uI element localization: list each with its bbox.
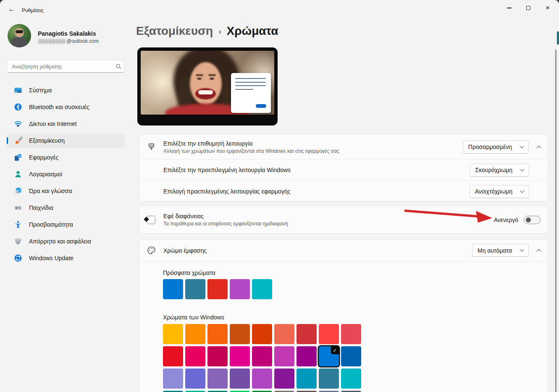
windows-mode-dropdown[interactable]: Σκουρόχρωμη xyxy=(470,164,529,177)
selected-indicator xyxy=(7,137,8,144)
minimize-button[interactable] xyxy=(500,1,518,15)
sidebar-item-gaming[interactable]: Παιχνίδια xyxy=(7,201,125,215)
paint-brush-icon xyxy=(146,142,156,152)
chevron-down-icon xyxy=(520,188,525,193)
sidebar-item-apps[interactable]: Εφαρμογές xyxy=(7,150,125,165)
expander-collapse-icon[interactable] xyxy=(536,249,541,253)
sidebar-item-label: Παιχνίδια xyxy=(29,204,53,211)
windows-colors-row xyxy=(163,324,361,344)
setting-title: Εφέ διαφάνειας xyxy=(163,213,288,220)
windows-color-swatch-selected[interactable]: ✓ xyxy=(319,346,339,366)
windows-color-swatch[interactable] xyxy=(207,346,228,366)
scrollbar[interactable] xyxy=(555,50,556,392)
windows-color-swatch[interactable] xyxy=(274,346,294,366)
setting-label: Επιλογή προεπιλεγμένης λειτουργίας εφαρμ… xyxy=(163,188,290,195)
back-icon: ← xyxy=(8,5,16,13)
windows-color-swatch[interactable] xyxy=(230,346,250,366)
windows-color-swatch[interactable] xyxy=(319,324,339,344)
user-email: @outlook.com xyxy=(38,38,99,44)
windows-color-swatch[interactable] xyxy=(252,346,272,366)
theme-preview-image xyxy=(141,51,274,115)
sidebar-item-personalization[interactable]: Εξατομίκευση xyxy=(7,133,125,148)
windows-color-swatch[interactable] xyxy=(230,368,250,389)
windows-color-swatch[interactable] xyxy=(207,368,228,389)
accessibility-icon xyxy=(14,220,22,229)
recent-color-swatch[interactable] xyxy=(185,279,205,299)
accounts-icon xyxy=(14,170,22,178)
close-icon: × xyxy=(546,4,550,12)
windows-color-swatch[interactable] xyxy=(297,346,317,366)
windows-colors-row xyxy=(163,368,361,389)
search-box[interactable] xyxy=(7,60,124,73)
windows-color-swatch[interactable] xyxy=(341,324,361,344)
windows-color-swatch[interactable] xyxy=(274,368,294,389)
windows-color-swatch[interactable] xyxy=(185,346,205,366)
windows-color-swatch[interactable] xyxy=(319,368,339,389)
recent-color-swatch[interactable] xyxy=(207,279,228,299)
transparency-toggle[interactable] xyxy=(524,216,541,224)
back-button[interactable]: ← xyxy=(6,4,18,15)
windows-color-swatch[interactable] xyxy=(207,324,228,344)
windows-color-swatch[interactable] xyxy=(185,324,205,344)
windows-color-swatch[interactable] xyxy=(185,368,205,389)
transparency-card: Εφέ διαφάνειας Τα παράθυρα και οι επιφάν… xyxy=(139,206,548,234)
mode-dropdown-value: Προσαρμοσμένη xyxy=(468,144,512,150)
sidebar-item-label: Ώρα και γλώσσα xyxy=(29,188,72,194)
personalization-icon xyxy=(14,136,22,145)
minimize-icon xyxy=(507,8,512,8)
setting-row-accent[interactable]: Χρώμα έμφασης Μη αυτόματα xyxy=(139,240,548,261)
recent-color-swatch[interactable] xyxy=(252,279,272,299)
windows-color-swatch[interactable] xyxy=(163,324,183,344)
sidebar-item-accounts[interactable]: Λογαριασμοί xyxy=(7,167,125,181)
windows-color-swatch[interactable] xyxy=(163,368,183,389)
user-avatar[interactable] xyxy=(8,24,31,47)
sidebar-item-windows-update[interactable]: Windows Update xyxy=(7,251,125,265)
windows-color-swatch[interactable] xyxy=(252,368,272,389)
sidebar-nav: ΣύστημαBluetooth και συσκευέςΔίκτυο και … xyxy=(7,83,125,268)
windows-color-swatch[interactable] xyxy=(274,324,294,344)
setting-title: Επιλέξτε την επιθυμητή λειτουργία xyxy=(163,140,339,147)
apps-icon xyxy=(14,153,22,162)
sidebar-item-label: Εφαρμογές xyxy=(29,154,58,161)
windows-color-swatch[interactable] xyxy=(163,346,183,366)
mode-dropdown[interactable]: Προσαρμοσμένη xyxy=(463,141,529,154)
app-mode-dropdown[interactable]: Ανοιχτόχρωμη xyxy=(470,185,529,198)
background-window-sliver xyxy=(557,31,559,44)
sidebar-item-bluetooth[interactable]: Bluetooth και συσκευές xyxy=(7,100,125,114)
recent-colors-row xyxy=(163,279,272,299)
chevron-down-icon xyxy=(520,248,524,252)
windows-colors-label: Χρώματα των Windows xyxy=(163,314,224,321)
windows-color-swatch[interactable] xyxy=(341,368,361,389)
expander-collapse-icon[interactable] xyxy=(536,146,541,150)
sidebar-item-accessibility[interactable]: Προσβασιμότητα xyxy=(7,217,125,232)
windows-mode-dropdown-value: Σκουρόχρωμη xyxy=(475,167,512,173)
windows-color-swatch[interactable] xyxy=(297,368,317,389)
sidebar-item-label: Σύστημα xyxy=(29,87,52,94)
windows-color-swatch[interactable] xyxy=(252,324,272,344)
accent-mode-dropdown-value: Μη αυτόματα xyxy=(478,247,512,254)
sidebar-item-label: Απόρρητο και ασφάλεια xyxy=(29,238,91,245)
recent-colors-label: Πρόσφατα χρώματα xyxy=(163,269,215,276)
sidebar-item-privacy[interactable]: Απόρρητο και ασφάλεια xyxy=(7,234,125,248)
maximize-button[interactable] xyxy=(519,1,538,15)
chevron-down-icon xyxy=(520,167,525,171)
breadcrumb-parent[interactable]: Εξατομίκευση xyxy=(136,24,213,38)
search-input[interactable] xyxy=(7,63,113,70)
sidebar-item-time-language[interactable]: Ώρα και γλώσσα xyxy=(7,184,125,198)
gaming-icon xyxy=(14,204,22,212)
recent-color-swatch[interactable] xyxy=(230,279,250,299)
sidebar-item-system[interactable]: Σύστημα xyxy=(7,83,125,97)
sidebar-item-label: Bluetooth και συσκευές xyxy=(29,104,89,110)
sidebar-item-network[interactable]: Δίκτυο και Internet xyxy=(7,117,125,131)
close-button[interactable]: × xyxy=(538,1,557,15)
setting-row-mode[interactable]: Επιλέξτε την επιθυμητή λειτουργία Αλλαγή… xyxy=(139,135,548,159)
recent-color-swatch[interactable] xyxy=(163,279,183,299)
sidebar-item-label: Εξατομίκευση xyxy=(29,137,65,144)
preview-accent-button xyxy=(256,104,266,108)
search-icon[interactable] xyxy=(113,63,124,70)
toggle-knob xyxy=(526,217,531,222)
windows-color-swatch[interactable] xyxy=(230,324,250,344)
accent-mode-dropdown[interactable]: Μη αυτόματα xyxy=(472,244,529,257)
windows-color-swatch[interactable] xyxy=(297,324,317,344)
windows-color-swatch[interactable] xyxy=(341,346,361,366)
